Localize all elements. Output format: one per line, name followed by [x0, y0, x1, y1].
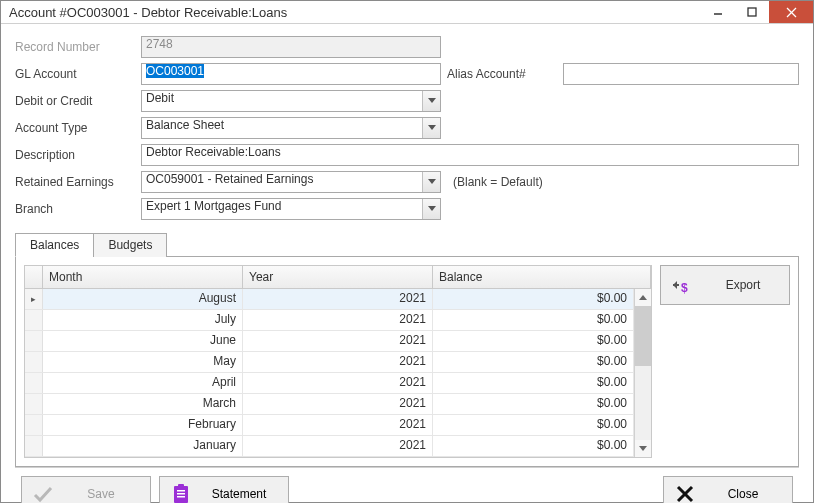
col-balance[interactable]: Balance: [433, 266, 651, 288]
cell-year: 2021: [243, 415, 433, 435]
svg-rect-16: [178, 484, 184, 488]
row-indicator: [25, 331, 43, 351]
account-window: Account #OC003001 - Debtor Receivable:Lo…: [0, 0, 814, 503]
grid-header: Month Year Balance: [25, 266, 651, 289]
gl-account-label: GL Account: [15, 67, 135, 81]
cell-balance: $0.00: [433, 415, 634, 435]
account-type-label: Account Type: [15, 121, 135, 135]
col-month[interactable]: Month: [43, 266, 243, 288]
table-row[interactable]: March2021$0.00: [25, 394, 634, 415]
cell-balance: $0.00: [433, 373, 634, 393]
row-indicator: ▸: [25, 289, 43, 309]
row-selector-header: [25, 266, 43, 288]
save-label: Save: [62, 487, 140, 501]
balances-grid: Month Year Balance ▸August2021$0.00July2…: [24, 265, 652, 458]
alias-account-input[interactable]: [563, 63, 799, 85]
grid-rows: ▸August2021$0.00July2021$0.00June2021$0.…: [25, 289, 634, 457]
record-number-field: 2748: [141, 36, 441, 58]
cell-year: 2021: [243, 310, 433, 330]
scroll-up-icon[interactable]: [635, 289, 651, 306]
description-input[interactable]: Debtor Receivable:Loans: [141, 144, 799, 166]
scroll-thumb[interactable]: [635, 306, 651, 366]
table-row[interactable]: February2021$0.00: [25, 415, 634, 436]
export-icon: $: [671, 274, 697, 296]
cell-month: May: [43, 352, 243, 372]
cell-year: 2021: [243, 352, 433, 372]
titlebar: Account #OC003001 - Debtor Receivable:Lo…: [1, 1, 813, 24]
debit-credit-select[interactable]: Debit: [141, 90, 441, 112]
col-year[interactable]: Year: [243, 266, 433, 288]
scroll-down-icon[interactable]: [635, 440, 651, 457]
window-title: Account #OC003001 - Debtor Receivable:Lo…: [9, 5, 701, 20]
row-indicator: [25, 415, 43, 435]
row-indicator: [25, 436, 43, 456]
table-row[interactable]: ▸August2021$0.00: [25, 289, 634, 310]
cell-month: February: [43, 415, 243, 435]
tab-balances[interactable]: Balances: [15, 233, 94, 257]
table-row[interactable]: July2021$0.00: [25, 310, 634, 331]
chevron-down-icon: [422, 91, 440, 111]
statement-icon: [170, 484, 192, 504]
export-label: Export: [707, 278, 779, 292]
cell-year: 2021: [243, 436, 433, 456]
cell-month: January: [43, 436, 243, 456]
svg-marker-9: [639, 446, 647, 451]
cell-balance: $0.00: [433, 289, 634, 309]
chevron-down-icon: [422, 199, 440, 219]
svg-rect-14: [177, 493, 185, 495]
account-type-select[interactable]: Balance Sheet: [141, 117, 441, 139]
cell-month: April: [43, 373, 243, 393]
vertical-scrollbar[interactable]: [634, 289, 651, 457]
close-label: Close: [704, 487, 782, 501]
export-button[interactable]: $ Export: [660, 265, 790, 305]
account-form: Record Number 2748 GL Account OC003001 A…: [15, 36, 799, 220]
gl-account-input[interactable]: OC003001: [141, 63, 441, 85]
chevron-down-icon: [422, 172, 440, 192]
svg-marker-4: [428, 98, 436, 103]
table-row[interactable]: January2021$0.00: [25, 436, 634, 457]
statement-label: Statement: [200, 487, 278, 501]
chevron-down-icon: [422, 118, 440, 138]
close-window-button[interactable]: [769, 1, 813, 23]
cell-year: 2021: [243, 289, 433, 309]
cell-year: 2021: [243, 331, 433, 351]
row-indicator: [25, 373, 43, 393]
statement-button[interactable]: Statement: [159, 476, 289, 504]
table-row[interactable]: May2021$0.00: [25, 352, 634, 373]
grid-actions: $ Export: [660, 265, 790, 458]
cell-year: 2021: [243, 394, 433, 414]
check-icon: [32, 485, 54, 503]
debit-credit-label: Debit or Credit: [15, 94, 135, 108]
scroll-track[interactable]: [635, 366, 651, 440]
retained-earnings-select[interactable]: OC059001 - Retained Earnings: [141, 171, 441, 193]
branch-select[interactable]: Expert 1 Mortgages Fund: [141, 198, 441, 220]
minimize-button[interactable]: [701, 1, 735, 23]
svg-marker-6: [428, 179, 436, 184]
description-label: Description: [15, 148, 135, 162]
svg-marker-11: [673, 281, 677, 289]
cell-balance: $0.00: [433, 352, 634, 372]
content-area: Record Number 2748 GL Account OC003001 A…: [1, 24, 813, 503]
tab-budgets[interactable]: Budgets: [93, 233, 167, 257]
cell-balance: $0.00: [433, 331, 634, 351]
cell-balance: $0.00: [433, 436, 634, 456]
table-row[interactable]: April2021$0.00: [25, 373, 634, 394]
cell-balance: $0.00: [433, 394, 634, 414]
row-indicator: [25, 310, 43, 330]
minimize-icon: [713, 7, 723, 17]
svg-marker-7: [428, 206, 436, 211]
alias-account-label: Alias Account#: [447, 67, 557, 81]
maximize-button[interactable]: [735, 1, 769, 23]
cell-balance: $0.00: [433, 310, 634, 330]
row-indicator: [25, 394, 43, 414]
cell-year: 2021: [243, 373, 433, 393]
cell-month: August: [43, 289, 243, 309]
maximize-icon: [747, 7, 757, 17]
table-row[interactable]: June2021$0.00: [25, 331, 634, 352]
svg-text:$: $: [681, 281, 688, 295]
x-icon: [674, 485, 696, 503]
branch-label: Branch: [15, 202, 135, 216]
save-button[interactable]: Save: [21, 476, 151, 504]
close-button[interactable]: Close: [663, 476, 793, 504]
tab-strip: Balances Budgets: [15, 232, 799, 257]
